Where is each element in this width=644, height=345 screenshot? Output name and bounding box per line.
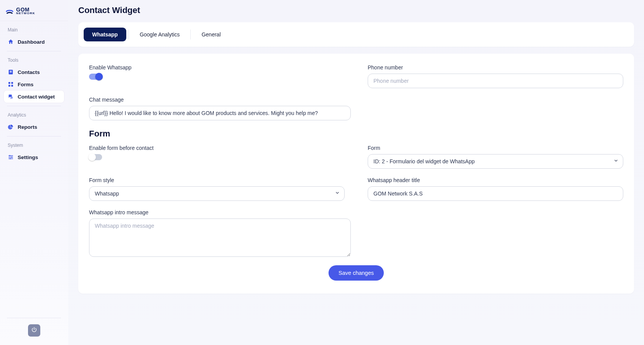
sidebar: GOM NETWORK Main Dashboard Tools Contact… [0,0,68,345]
nav-heading: System [4,140,64,151]
chat-bubbles-icon [8,94,14,100]
select-form[interactable]: ID: 2 - Formulario del widget de WhatsAp… [368,154,623,169]
sidebar-item-label: Settings [18,154,38,160]
svg-rect-1 [10,71,12,72]
label-enable-form: Enable form before contact [89,145,345,151]
page-title: Contact Widget [78,5,634,15]
sliders-icon [8,154,14,160]
brand-mark-icon [5,7,14,15]
nav-section-main: Main Dashboard [4,21,64,48]
tab-divider [190,30,191,39]
sidebar-item-contact-widget[interactable]: Contact widget [4,90,64,103]
svg-point-11 [11,157,12,158]
svg-point-10 [9,155,10,156]
label-chat-message: Chat message [89,97,351,103]
home-icon [8,39,14,45]
settings-card: Enable Whatsapp Phone number Chat messag… [78,54,634,294]
input-phone-number[interactable] [368,74,623,88]
field-enable-whatsapp: Enable Whatsapp [89,64,345,88]
primary-nav: Main Dashboard Tools Contacts [0,21,68,163]
tab-divider [129,30,129,39]
field-phone-number: Phone number [368,64,623,88]
svg-point-12 [10,158,11,159]
sidebar-footer [0,311,68,345]
select-form-style[interactable]: Whatsapp [89,186,345,201]
input-header-title[interactable] [368,186,623,201]
label-enable-whatsapp: Enable Whatsapp [89,64,345,71]
sidebar-item-label: Reports [18,124,37,130]
svg-rect-7 [8,155,13,156]
logout-button[interactable] [28,324,40,337]
field-form-style: Form style Whatsapp [89,177,345,201]
svg-rect-4 [11,82,13,84]
svg-rect-8 [8,157,13,157]
main-content: Contact Widget Whatsapp Google Analytics… [68,0,644,345]
brand-text: GOM NETWORK [16,7,35,15]
sidebar-item-forms[interactable]: Forms [4,78,64,90]
tab-whatsapp[interactable]: Whatsapp [84,28,126,41]
power-icon [31,327,37,334]
svg-rect-6 [11,85,13,87]
field-enable-form: Enable form before contact [89,145,345,169]
svg-rect-2 [10,72,12,72]
nav-section-analytics: Analytics Reports [4,103,64,133]
grid-icon [8,81,14,87]
field-header-title: Whatsapp header title [368,177,623,201]
toggle-enable-whatsapp[interactable] [89,74,102,80]
sidebar-item-contacts[interactable]: Contacts [4,66,64,78]
nav-section-tools: Tools Contacts Forms Contact widget [4,48,64,103]
field-intro-message: Whatsapp intro message [89,209,351,257]
label-intro-message: Whatsapp intro message [89,209,351,215]
label-phone-number: Phone number [368,64,623,71]
sidebar-item-label: Contact widget [18,94,55,100]
nav-heading: Analytics [4,109,64,121]
sidebar-item-label: Contacts [18,69,40,75]
brand-logo[interactable]: GOM NETWORK [0,4,68,21]
tab-google-analytics[interactable]: Google Analytics [131,28,188,41]
toggle-enable-form[interactable] [89,154,102,160]
field-form-select: Form ID: 2 - Formulario del widget de Wh… [368,145,623,169]
label-form-style: Form style [89,177,345,183]
nav-section-system: System Settings [4,133,64,163]
save-row: Save changes [89,265,623,281]
pie-icon [8,124,14,130]
sidebar-item-reports[interactable]: Reports [4,121,64,133]
svg-rect-3 [8,82,10,84]
input-chat-message[interactable] [89,106,351,120]
tab-general[interactable]: General [193,28,229,41]
sidebar-item-label: Forms [18,82,33,87]
sidebar-item-dashboard[interactable]: Dashboard [4,36,64,48]
sidebar-item-label: Dashboard [18,39,45,45]
textarea-intro-message[interactable] [89,219,351,257]
form-section-title: Form [89,129,623,139]
field-chat-message: Chat message [89,97,351,120]
nav-heading: Main [4,24,64,36]
label-header-title: Whatsapp header title [368,177,623,183]
tabs: Whatsapp Google Analytics General [84,28,629,41]
svg-rect-5 [8,85,10,87]
tabs-card: Whatsapp Google Analytics General [78,22,634,47]
nav-heading: Tools [4,54,64,66]
label-form-select: Form [368,145,623,151]
sidebar-item-settings[interactable]: Settings [4,151,64,163]
save-button[interactable]: Save changes [329,265,384,281]
contacts-icon [8,69,14,75]
